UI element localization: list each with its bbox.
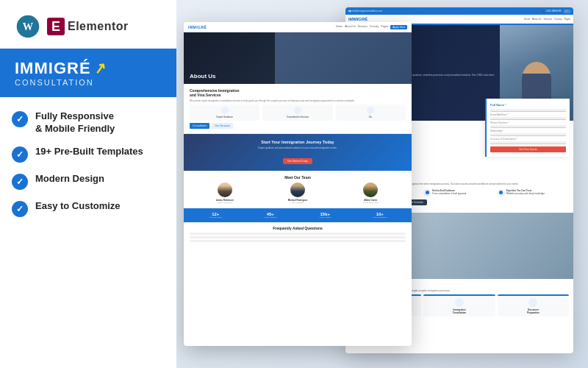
back-topbar-email: 📧 info@immigreconsultation.com [348, 10, 454, 13]
front-stat-label-1: Who We Serve [190, 216, 242, 219]
back-form-email-label: Email Address * [490, 113, 566, 116]
front-team-card-3: Abbie Carter Immigration Expert [336, 183, 406, 204]
front-nav-links: Home About Us Services Country Pages App… [336, 25, 407, 29]
front-faq-title: Frequently Asked Questions [190, 226, 406, 230]
feature-label-responsive: Fully Responsive& Mobile Friendly [35, 110, 115, 135]
front-team-role-3: Immigration Expert [336, 202, 406, 204]
check-icon-templates: ✓ [12, 146, 28, 163]
front-team-section: Meet Our Team James Robinson Senior Cons… [184, 171, 412, 208]
feature-item-templates: ✓ 19+ Pre-Built Templates [12, 146, 165, 163]
front-nav-cta[interactable]: Apply Now [390, 25, 407, 29]
back-feature-text-3: Expertise You Can TrustReliable accuracy… [506, 189, 545, 195]
front-team-card-2: Michael Rodriguez Visa Specialist [262, 183, 332, 204]
front-btn-services[interactable]: Our Services [212, 123, 232, 129]
brand-logo: IMMIGRÉ ↗ CONSULTATION [15, 60, 162, 87]
front-service-card-2: Committed to Services [262, 105, 332, 121]
front-stat-2: 45+ Cases Handled [245, 212, 297, 219]
left-panel: W E Elementor IMMIGRÉ ↗ CONSULTATION ✓ F… [0, 0, 176, 368]
front-nav-services[interactable]: Services [358, 25, 368, 29]
back-feature-icon-2 [423, 189, 431, 197]
feature-item-customize: ✓ Easy to Customize [12, 200, 165, 217]
back-form-field-country[interactable] [490, 141, 566, 144]
brand-banner: IMMIGRÉ ↗ CONSULTATION [0, 49, 176, 97]
front-stat-4: 10+ Years Experience [354, 212, 406, 219]
front-cta-title: Start Your Immigration Journey Today [190, 140, 406, 144]
front-nav-logo: IMMIGRÉ [188, 25, 207, 29]
features-list: ✓ Fully Responsive& Mobile Friendly ✓ 19… [0, 97, 176, 230]
front-action-btns: Consultation Our Services [190, 123, 406, 129]
back-nav-logo: IMMIGRÉ [348, 17, 368, 21]
front-service-text-1: Expert Guidance [192, 116, 257, 118]
back-form-panel: Full Name * Email Address * Phone Number… [485, 99, 570, 157]
front-cta-sub: Expert guidance and personalized solutio… [190, 146, 406, 149]
feature-label-templates: 19+ Pre-Built Templates [35, 146, 143, 158]
front-stats-bar: 12+ Who We Serve 45+ Cases Handled 15k+ … [184, 208, 412, 222]
back-nav-pages[interactable]: Pages [564, 18, 570, 21]
front-team-avatar-2 [290, 183, 305, 197]
front-service-icon-2 [294, 107, 301, 114]
front-team-grid: James Robinson Senior Consultant Michael… [190, 183, 406, 204]
back-service-name-2: ImmigrationConsultation [426, 308, 492, 314]
back-nav-links: Home About Us Services Country Pages [524, 18, 570, 21]
right-panel: 📧 info@immigreconsultation.com 📞 1-800-I… [176, 0, 588, 368]
front-service-icon-3 [367, 107, 374, 114]
feature-label-design: Modern Design [35, 173, 104, 185]
back-form-phone-label: Phone Number * [490, 121, 566, 124]
front-service-card-3: 10+ [336, 105, 406, 121]
front-nav: IMMIGRÉ Home About Us Services Country P… [184, 22, 412, 32]
svg-text:W: W [23, 21, 34, 32]
back-feature-text-2: End-to-End GuidanceFrom consultation to … [432, 189, 467, 195]
brand-name: IMMIGRÉ ↗ [15, 60, 162, 77]
front-services-sub: We provide expert immigration consultati… [190, 99, 406, 102]
front-services-intro: Comprehensive Immigrationand Visa Servic… [184, 84, 412, 134]
front-mockup: IMMIGRÉ Home About Us Services Country P… [184, 22, 412, 346]
back-topbar-phone: 📞 1-800-IMMIGRE [456, 10, 562, 13]
wordpress-icon: W [15, 13, 41, 40]
elementor-label: Elementor [68, 20, 129, 33]
check-icon-customize: ✓ [12, 201, 28, 217]
back-form-field-email[interactable] [490, 117, 566, 120]
check-icon-design: ✓ [12, 174, 28, 190]
back-form-country-label: Country of Destination * [490, 138, 566, 141]
back-form-field-name[interactable] [490, 109, 566, 112]
elementor-logo: E Elementor [47, 18, 129, 35]
feature-label-customize: Easy to Customize [35, 200, 121, 213]
back-nav-country[interactable]: Country [554, 18, 562, 21]
back-topbar-search[interactable]: 🔍 [564, 10, 570, 13]
front-stat-label-4: Years Experience [354, 216, 406, 219]
logo-area: W E Elementor [0, 0, 176, 49]
check-icon-responsive: ✓ [12, 111, 28, 127]
back-feature-2: End-to-End GuidanceFrom consultation to … [423, 189, 495, 197]
back-service-card-2: ImmigrationConsultation [423, 294, 495, 316]
front-nav-about[interactable]: About Us [345, 25, 355, 29]
back-nav-home[interactable]: Home [524, 18, 530, 21]
front-cta-btn[interactable]: Get Started Today [283, 158, 312, 164]
front-nav-home[interactable]: Home [336, 25, 343, 29]
front-team-title: Meet Our Team [190, 175, 406, 180]
front-about-hero: About Us [184, 32, 412, 84]
front-services-title: Comprehensive Immigrationand Visa Servic… [190, 88, 406, 97]
back-feature-icon-3 [498, 189, 505, 197]
back-form-field-nationality[interactable] [490, 133, 566, 136]
back-feature-3: Expertise You Can TrustReliable accuracy… [498, 189, 569, 197]
feature-item-design: ✓ Modern Design [12, 173, 165, 190]
front-btn-consult[interactable]: Consultation [190, 123, 209, 129]
back-form-title: Full Name * [490, 103, 566, 107]
back-form-field-phone[interactable] [490, 125, 566, 128]
back-nav-services[interactable]: Services [543, 18, 552, 21]
front-stat-1: 12+ Who We Serve [190, 212, 242, 219]
back-form-submit[interactable]: Get Free Quote [490, 146, 566, 152]
front-about-image [275, 32, 412, 84]
back-nav-about[interactable]: About Us [532, 18, 541, 21]
front-faq-item-3 [190, 240, 406, 242]
front-service-text-3: 10+ [338, 116, 404, 118]
front-nav-country[interactable]: Country [370, 25, 379, 29]
back-service-card-3: DocumentPreparation [498, 294, 569, 316]
brand-subtitle: CONSULTATION [15, 78, 162, 87]
feature-item-responsive: ✓ Fully Responsive& Mobile Friendly [12, 110, 165, 135]
back-form-nationality-label: Nationality * [490, 130, 566, 132]
front-nav-pages[interactable]: Pages [381, 25, 388, 29]
front-team-role-1: Senior Consultant [190, 202, 259, 204]
front-services-grid: Expert Guidance Committed to Services 10… [190, 105, 406, 121]
front-faq-item-1 [190, 233, 406, 235]
